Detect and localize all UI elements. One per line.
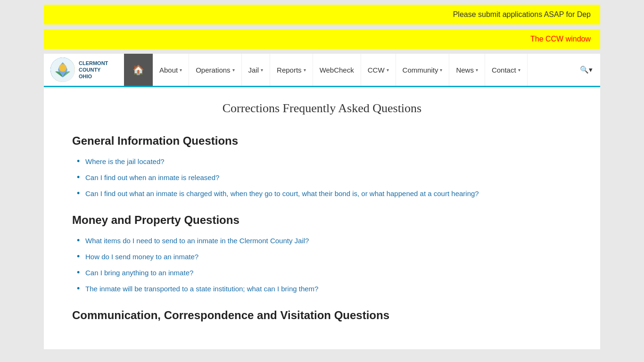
chevron-down-icon: ▾ [387, 67, 389, 73]
section-heading-general: General Information Questions [72, 134, 572, 148]
home-icon: 🏠 [132, 64, 144, 75]
nav-about[interactable]: About ▾ [153, 54, 189, 86]
faq-link[interactable]: Can I find out when an inmate is release… [85, 173, 219, 181]
chevron-down-icon: ▾ [440, 67, 442, 73]
nav-ccw[interactable]: CCW ▾ [361, 54, 396, 86]
nav-operations-label: Operations [196, 66, 230, 74]
home-button[interactable]: 🏠 [124, 54, 153, 86]
chevron-down-icon: ▾ [476, 67, 478, 73]
nav-operations[interactable]: Operations ▾ [189, 54, 241, 86]
nav-contact[interactable]: Contact ▾ [485, 54, 528, 86]
nav-reports-label: Reports [277, 66, 302, 74]
logo-icon [50, 58, 75, 82]
faq-link[interactable]: What items do I need to send to an inmat… [85, 237, 309, 245]
faq-link[interactable]: How do I send money to an inmate? [85, 253, 198, 261]
nav-about-label: About [159, 66, 178, 74]
logo-text: CLERMONT COUNTY OHIO [79, 60, 108, 80]
chevron-down-icon: ▾ [304, 67, 306, 73]
list-item: The inmate will be transported to a stat… [77, 283, 572, 295]
list-item: What items do I need to send to an inmat… [77, 235, 572, 247]
nav-ccw-label: CCW [368, 66, 385, 74]
faq-link[interactable]: Where is the jail located? [85, 157, 165, 165]
second-banner-text: The CCW window [530, 35, 591, 43]
search-button[interactable]: 🔍 ▾ [572, 54, 600, 86]
nav-jail[interactable]: Jail ▾ [242, 54, 271, 86]
nav-community-label: Community [403, 66, 438, 74]
list-item: How do I send money to an inmate? [77, 251, 572, 263]
page-title: Corrections Frequently Asked Questions [72, 101, 572, 115]
chevron-down-icon: ▾ [261, 67, 263, 73]
nav-jail-label: Jail [248, 66, 259, 74]
main-content: Corrections Frequently Asked Questions G… [44, 87, 600, 349]
nav-webcheck-label: WebCheck [320, 66, 354, 74]
main-nav: CLERMONT COUNTY OHIO 🏠 About ▾ Operation… [44, 54, 600, 87]
nav-news[interactable]: News ▾ [449, 54, 485, 86]
logo[interactable]: CLERMONT COUNTY OHIO [44, 54, 124, 86]
faq-link[interactable]: Can I find out what an inmate is charged… [85, 189, 479, 197]
nav-community[interactable]: Community ▾ [396, 54, 450, 86]
list-item: Can I bring anything to an inmate? [77, 267, 572, 279]
chevron-down-icon: ▾ [589, 66, 593, 74]
nav-news-label: News [456, 66, 474, 74]
list-item: Where is the jail located? [77, 156, 572, 167]
nav-reports[interactable]: Reports ▾ [270, 54, 313, 86]
nav-webcheck[interactable]: WebCheck [313, 54, 361, 86]
faq-link[interactable]: Can I bring anything to an inmate? [85, 269, 193, 277]
search-icon: 🔍 [580, 66, 589, 74]
chevron-down-icon: ▾ [180, 67, 182, 73]
list-item: Can I find out when an inmate is release… [77, 172, 572, 183]
list-item: Can I find out what an inmate is charged… [77, 188, 572, 199]
top-banner-text: Please submit applications ASAP for Dep [453, 10, 591, 18]
chevron-down-icon: ▾ [232, 67, 235, 73]
nav-contact-label: Contact [492, 66, 516, 74]
second-banner: The CCW window [44, 29, 600, 49]
svg-point-1 [59, 64, 66, 72]
faq-link[interactable]: The inmate will be transported to a stat… [85, 285, 318, 293]
nav-items-container: About ▾ Operations ▾ Jail ▾ Reports ▾ We… [153, 54, 572, 86]
faq-list-money: What items do I need to send to an inmat… [72, 235, 572, 295]
top-banner: Please submit applications ASAP for Dep [44, 5, 600, 25]
chevron-down-icon: ▾ [518, 67, 520, 73]
faq-list-general: Where is the jail located? Can I find ou… [72, 156, 572, 199]
section-heading-communication: Communication, Correspondence and Visita… [72, 309, 572, 322]
section-heading-money: Money and Property Questions [72, 214, 572, 227]
